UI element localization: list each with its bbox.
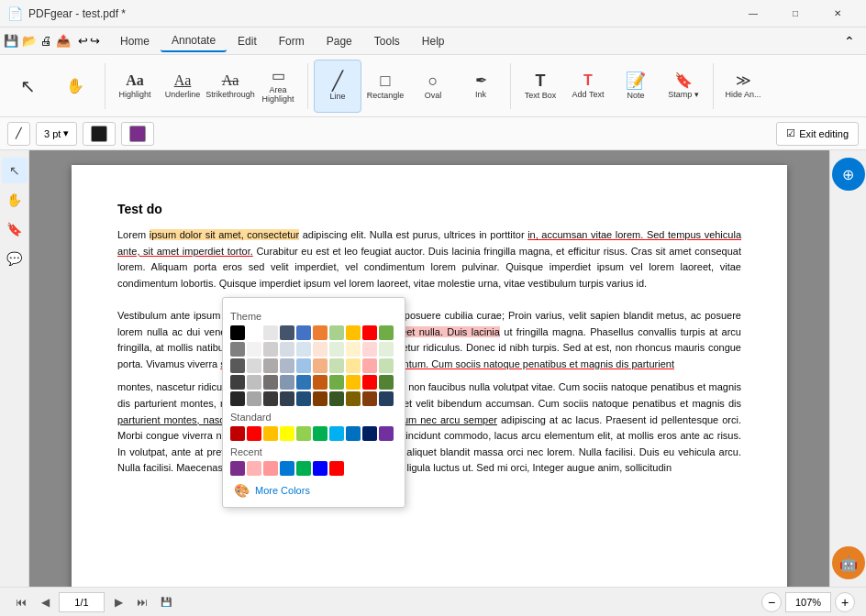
color-cell[interactable] xyxy=(230,342,245,357)
minimize-button[interactable]: — xyxy=(732,0,774,28)
color-cell[interactable] xyxy=(263,342,278,357)
color-cell[interactable] xyxy=(329,461,344,476)
color-cell[interactable] xyxy=(329,426,344,441)
color-cell[interactable] xyxy=(247,325,261,340)
color-cell[interactable] xyxy=(379,325,394,340)
color-cell[interactable] xyxy=(362,391,377,406)
right-fab-blue[interactable]: ⊕ xyxy=(832,158,865,191)
sidebar-select-icon[interactable]: ↖ xyxy=(2,158,28,183)
color-cell[interactable] xyxy=(379,375,394,390)
color-cell[interactable] xyxy=(230,375,245,390)
color-cell[interactable] xyxy=(379,391,394,406)
redo-icon[interactable]: ↪ xyxy=(90,34,100,48)
quick-save-icon[interactable]: 💾 xyxy=(4,34,18,48)
color-cell[interactable] xyxy=(313,375,328,390)
select-tool-button[interactable]: ↖ xyxy=(4,60,51,113)
stamp-tool-button[interactable]: 🔖 Stamp ▾ xyxy=(660,60,707,113)
save-view-button[interactable]: 💾 xyxy=(156,592,176,612)
prev-page-button[interactable]: ◀ xyxy=(35,592,55,612)
quick-print-icon[interactable]: 🖨 xyxy=(40,34,52,48)
color-cell[interactable] xyxy=(296,375,311,390)
right-fab-orange[interactable]: 🤖 xyxy=(832,546,865,579)
line-style-button[interactable]: ╱ xyxy=(7,122,30,146)
color-cell[interactable] xyxy=(329,358,344,373)
menu-item-home[interactable]: Home xyxy=(109,31,161,51)
color-cell[interactable] xyxy=(379,426,394,441)
next-page-button[interactable]: ▶ xyxy=(108,592,128,612)
ink-tool-button[interactable]: ✒ Ink xyxy=(457,60,505,113)
sidebar-bookmark-icon[interactable]: 🔖 xyxy=(2,216,28,242)
sidebar-comment-icon[interactable]: 💬 xyxy=(2,246,28,271)
menu-item-annotate[interactable]: Annotate xyxy=(161,30,227,52)
strikethrough-tool-button[interactable]: Aa Strikethrough xyxy=(206,60,254,113)
color-cell[interactable] xyxy=(346,358,361,373)
rectangle-tool-button[interactable]: □ Rectangle xyxy=(361,60,409,113)
highlight-tool-button[interactable]: Aa Highlight xyxy=(111,60,159,113)
color-cell[interactable] xyxy=(280,426,294,441)
menu-item-page[interactable]: Page xyxy=(316,31,363,51)
color-cell[interactable] xyxy=(296,325,311,340)
color-cell[interactable] xyxy=(263,375,278,390)
close-button[interactable]: ✕ xyxy=(816,0,859,28)
color-cell[interactable] xyxy=(263,358,278,373)
color-cell[interactable] xyxy=(247,358,261,373)
collapse-icon[interactable]: ⌃ xyxy=(844,34,855,49)
color-cell[interactable] xyxy=(379,358,394,373)
color-cell[interactable] xyxy=(313,426,328,441)
color-cell[interactable] xyxy=(329,391,344,406)
color-cell[interactable] xyxy=(280,461,294,476)
color-cell[interactable] xyxy=(296,426,311,441)
color-cell[interactable] xyxy=(230,391,245,406)
hide-annot-button[interactable]: ≫ Hide An... xyxy=(719,60,767,113)
color-cell[interactable] xyxy=(313,358,328,373)
menu-item-tools[interactable]: Tools xyxy=(363,31,411,51)
color-cell[interactable] xyxy=(280,391,294,406)
color-cell[interactable] xyxy=(296,461,311,476)
sidebar-hand-icon[interactable]: ✋ xyxy=(2,187,28,213)
color-dark-button[interactable] xyxy=(83,122,116,146)
color-cell[interactable] xyxy=(329,342,344,357)
color-cell[interactable] xyxy=(280,325,294,340)
zoom-out-button[interactable]: − xyxy=(761,592,782,612)
menu-item-edit[interactable]: Edit xyxy=(227,31,268,51)
color-cell[interactable] xyxy=(230,325,245,340)
color-cell[interactable] xyxy=(313,391,328,406)
more-colors-button[interactable]: 🎨 More Colors xyxy=(230,481,397,500)
color-cell[interactable] xyxy=(263,461,278,476)
oval-tool-button[interactable]: ○ Oval xyxy=(409,60,457,113)
color-cell[interactable] xyxy=(379,342,394,357)
page-input[interactable] xyxy=(59,592,105,612)
color-cell[interactable] xyxy=(313,342,328,357)
last-page-button[interactable]: ⏭ xyxy=(132,592,152,612)
color-cell[interactable] xyxy=(280,342,294,357)
color-cell[interactable] xyxy=(247,342,261,357)
color-cell[interactable] xyxy=(362,375,377,390)
color-cell[interactable] xyxy=(280,358,294,373)
area-highlight-tool-button[interactable]: ▭ Area Highlight xyxy=(254,60,302,113)
color-cell[interactable] xyxy=(313,461,328,476)
stroke-width-button[interactable]: 3 pt ▾ xyxy=(36,122,77,146)
addtext-tool-button[interactable]: T Add Text xyxy=(564,60,612,113)
color-cell[interactable] xyxy=(313,325,328,340)
color-cell[interactable] xyxy=(329,325,344,340)
color-cell[interactable] xyxy=(247,391,261,406)
color-cell[interactable] xyxy=(362,325,377,340)
color-cell[interactable] xyxy=(296,358,311,373)
color-cell[interactable] xyxy=(263,325,278,340)
menu-item-form[interactable]: Form xyxy=(268,31,316,51)
color-cell[interactable] xyxy=(329,375,344,390)
exit-editing-button[interactable]: ☑ Exit editing xyxy=(776,122,859,146)
color-cell[interactable] xyxy=(362,358,377,373)
note-tool-button[interactable]: 📝 Note xyxy=(612,60,660,113)
color-cell[interactable] xyxy=(230,358,245,373)
color-cell[interactable] xyxy=(247,426,261,441)
quick-share-icon[interactable]: 📤 xyxy=(56,34,71,48)
color-cell[interactable] xyxy=(346,426,361,441)
quick-open-icon[interactable]: 📂 xyxy=(22,34,37,48)
underline-tool-button[interactable]: Aa Underline xyxy=(159,60,206,113)
zoom-in-button[interactable]: + xyxy=(835,592,855,612)
menu-item-help[interactable]: Help xyxy=(411,31,456,51)
textbox-tool-button[interactable]: T Text Box xyxy=(516,60,564,113)
color-cell[interactable] xyxy=(346,375,361,390)
color-cell[interactable] xyxy=(247,461,261,476)
